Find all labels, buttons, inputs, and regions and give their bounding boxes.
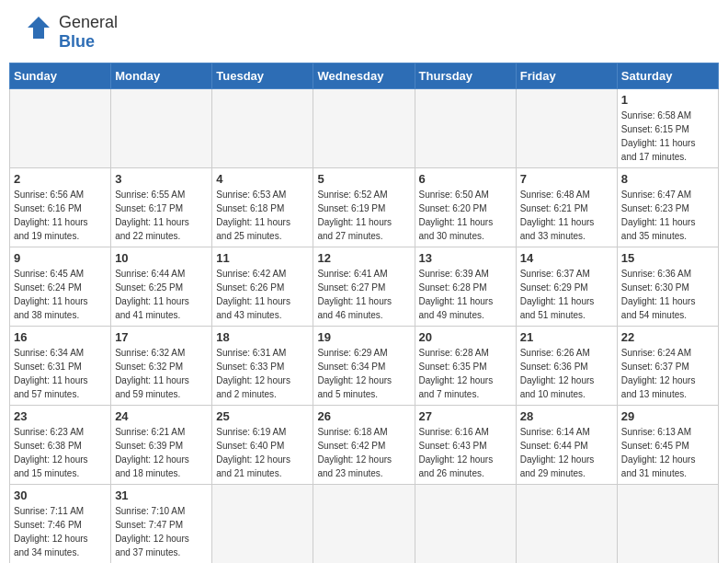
day-number: 31 xyxy=(115,488,208,502)
day-number: 9 xyxy=(14,251,107,265)
day-number: 28 xyxy=(520,409,613,423)
day-number: 21 xyxy=(520,330,613,344)
day-number: 26 xyxy=(317,409,410,423)
calendar-day-cell: 25Sunrise: 6:19 AM Sunset: 6:40 PM Dayli… xyxy=(212,406,313,485)
calendar-day-cell: 9Sunrise: 6:45 AM Sunset: 6:24 PM Daylig… xyxy=(10,247,111,327)
day-info: Sunrise: 6:19 AM Sunset: 6:40 PM Dayligh… xyxy=(216,425,309,480)
day-info: Sunrise: 6:44 AM Sunset: 6:25 PM Dayligh… xyxy=(115,267,208,322)
day-info: Sunrise: 6:13 AM Sunset: 6:45 PM Dayligh… xyxy=(621,425,714,480)
calendar-day-cell: 17Sunrise: 6:32 AM Sunset: 6:32 PM Dayli… xyxy=(111,327,212,406)
day-info: Sunrise: 6:39 AM Sunset: 6:28 PM Dayligh… xyxy=(419,267,512,322)
calendar: SundayMondayTuesdayWednesdayThursdayFrid… xyxy=(9,63,719,563)
calendar-day-cell: 21Sunrise: 6:26 AM Sunset: 6:36 PM Dayli… xyxy=(516,327,617,406)
calendar-day-cell: 19Sunrise: 6:29 AM Sunset: 6:34 PM Dayli… xyxy=(313,327,415,406)
calendar-week-row: 30Sunrise: 7:11 AM Sunset: 7:46 PM Dayli… xyxy=(10,485,719,564)
day-info: Sunrise: 6:32 AM Sunset: 6:32 PM Dayligh… xyxy=(115,346,208,401)
calendar-day-cell xyxy=(415,485,516,564)
day-number: 27 xyxy=(419,409,512,423)
calendar-day-cell: 7Sunrise: 6:48 AM Sunset: 6:21 PM Daylig… xyxy=(516,168,617,247)
calendar-day-cell xyxy=(111,89,212,168)
day-info: Sunrise: 6:28 AM Sunset: 6:35 PM Dayligh… xyxy=(419,346,512,401)
day-info: Sunrise: 6:47 AM Sunset: 6:23 PM Dayligh… xyxy=(621,188,714,243)
calendar-day-cell: 10Sunrise: 6:44 AM Sunset: 6:25 PM Dayli… xyxy=(111,247,212,327)
day-number: 5 xyxy=(317,172,410,186)
calendar-day-cell: 16Sunrise: 6:34 AM Sunset: 6:31 PM Dayli… xyxy=(10,327,111,406)
day-number: 1 xyxy=(621,93,714,107)
weekday-header-sunday: Sunday xyxy=(10,63,111,89)
day-number: 12 xyxy=(317,251,410,265)
day-info: Sunrise: 6:21 AM Sunset: 6:39 PM Dayligh… xyxy=(115,425,208,480)
day-number: 6 xyxy=(419,172,512,186)
calendar-day-cell xyxy=(10,89,111,168)
calendar-day-cell: 2Sunrise: 6:56 AM Sunset: 6:16 PM Daylig… xyxy=(10,168,111,247)
weekday-header-row: SundayMondayTuesdayWednesdayThursdayFrid… xyxy=(10,63,719,89)
calendar-day-cell: 29Sunrise: 6:13 AM Sunset: 6:45 PM Dayli… xyxy=(617,406,718,485)
calendar-day-cell xyxy=(516,89,617,168)
logo: General Blue xyxy=(15,13,118,52)
calendar-day-cell: 28Sunrise: 6:14 AM Sunset: 6:44 PM Dayli… xyxy=(516,406,617,485)
day-info: Sunrise: 7:10 AM Sunset: 7:47 PM Dayligh… xyxy=(115,504,208,559)
calendar-day-cell: 14Sunrise: 6:37 AM Sunset: 6:29 PM Dayli… xyxy=(516,247,617,327)
calendar-day-cell xyxy=(415,89,516,168)
day-number: 17 xyxy=(115,330,208,344)
day-info: Sunrise: 6:48 AM Sunset: 6:21 PM Dayligh… xyxy=(520,188,613,243)
weekday-header-wednesday: Wednesday xyxy=(313,63,415,89)
weekday-header-thursday: Thursday xyxy=(415,63,516,89)
day-number: 23 xyxy=(14,409,107,423)
calendar-day-cell: 12Sunrise: 6:41 AM Sunset: 6:27 PM Dayli… xyxy=(313,247,415,327)
day-info: Sunrise: 6:34 AM Sunset: 6:31 PM Dayligh… xyxy=(14,346,107,401)
calendar-day-cell: 1Sunrise: 6:58 AM Sunset: 6:15 PM Daylig… xyxy=(617,89,718,168)
weekday-header-monday: Monday xyxy=(111,63,212,89)
day-info: Sunrise: 6:52 AM Sunset: 6:19 PM Dayligh… xyxy=(317,188,410,243)
day-number: 20 xyxy=(419,330,512,344)
day-number: 15 xyxy=(621,251,714,265)
calendar-day-cell: 27Sunrise: 6:16 AM Sunset: 6:43 PM Dayli… xyxy=(415,406,516,485)
calendar-day-cell: 5Sunrise: 6:52 AM Sunset: 6:19 PM Daylig… xyxy=(313,168,415,247)
calendar-day-cell: 6Sunrise: 6:50 AM Sunset: 6:20 PM Daylig… xyxy=(415,168,516,247)
day-info: Sunrise: 6:50 AM Sunset: 6:20 PM Dayligh… xyxy=(419,188,512,243)
day-number: 4 xyxy=(216,172,309,186)
calendar-day-cell: 13Sunrise: 6:39 AM Sunset: 6:28 PM Dayli… xyxy=(415,247,516,327)
calendar-week-row: 2Sunrise: 6:56 AM Sunset: 6:16 PM Daylig… xyxy=(10,168,719,247)
logo-general: General xyxy=(59,13,118,32)
day-number: 11 xyxy=(216,251,309,265)
calendar-day-cell: 23Sunrise: 6:23 AM Sunset: 6:38 PM Dayli… xyxy=(10,406,111,485)
day-number: 22 xyxy=(621,330,714,344)
day-info: Sunrise: 6:14 AM Sunset: 6:44 PM Dayligh… xyxy=(520,425,613,480)
day-number: 18 xyxy=(216,330,309,344)
header: General Blue xyxy=(9,9,719,55)
calendar-day-cell: 18Sunrise: 6:31 AM Sunset: 6:33 PM Dayli… xyxy=(212,327,313,406)
day-info: Sunrise: 6:41 AM Sunset: 6:27 PM Dayligh… xyxy=(317,267,410,322)
day-number: 7 xyxy=(520,172,613,186)
calendar-day-cell: 15Sunrise: 6:36 AM Sunset: 6:30 PM Dayli… xyxy=(617,247,718,327)
day-number: 8 xyxy=(621,172,714,186)
calendar-day-cell: 4Sunrise: 6:53 AM Sunset: 6:18 PM Daylig… xyxy=(212,168,313,247)
day-number: 24 xyxy=(115,409,208,423)
day-info: Sunrise: 6:26 AM Sunset: 6:36 PM Dayligh… xyxy=(520,346,613,401)
day-info: Sunrise: 6:37 AM Sunset: 6:29 PM Dayligh… xyxy=(520,267,613,322)
day-number: 2 xyxy=(14,172,107,186)
day-info: Sunrise: 6:42 AM Sunset: 6:26 PM Dayligh… xyxy=(216,267,309,322)
calendar-day-cell xyxy=(617,485,718,564)
calendar-day-cell xyxy=(212,89,313,168)
calendar-day-cell: 20Sunrise: 6:28 AM Sunset: 6:35 PM Dayli… xyxy=(415,327,516,406)
day-info: Sunrise: 6:55 AM Sunset: 6:17 PM Dayligh… xyxy=(115,188,208,243)
day-info: Sunrise: 6:53 AM Sunset: 6:18 PM Dayligh… xyxy=(216,188,309,243)
calendar-day-cell: 30Sunrise: 7:11 AM Sunset: 7:46 PM Dayli… xyxy=(10,485,111,564)
day-number: 16 xyxy=(14,330,107,344)
day-info: Sunrise: 6:24 AM Sunset: 6:37 PM Dayligh… xyxy=(621,346,714,401)
day-number: 3 xyxy=(115,172,208,186)
calendar-day-cell: 24Sunrise: 6:21 AM Sunset: 6:39 PM Dayli… xyxy=(111,406,212,485)
day-info: Sunrise: 7:11 AM Sunset: 7:46 PM Dayligh… xyxy=(14,504,107,559)
weekday-header-saturday: Saturday xyxy=(617,63,718,89)
calendar-day-cell xyxy=(313,89,415,168)
day-info: Sunrise: 6:45 AM Sunset: 6:24 PM Dayligh… xyxy=(14,267,107,322)
day-number: 30 xyxy=(14,488,107,502)
calendar-week-row: 1Sunrise: 6:58 AM Sunset: 6:15 PM Daylig… xyxy=(10,89,719,168)
day-number: 13 xyxy=(419,251,512,265)
day-info: Sunrise: 6:36 AM Sunset: 6:30 PM Dayligh… xyxy=(621,267,714,322)
calendar-week-row: 9Sunrise: 6:45 AM Sunset: 6:24 PM Daylig… xyxy=(10,247,719,327)
calendar-day-cell xyxy=(516,485,617,564)
logo-blue: Blue xyxy=(59,32,118,52)
day-number: 25 xyxy=(216,409,309,423)
